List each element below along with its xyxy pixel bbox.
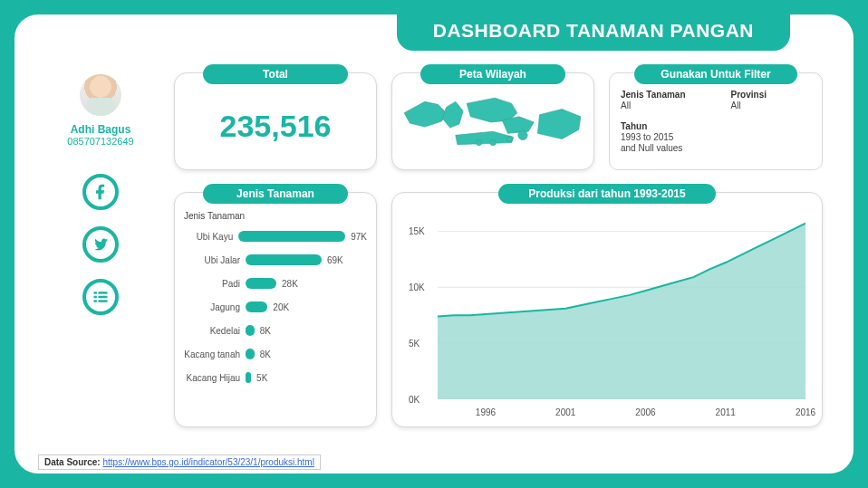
svg-rect-0 bbox=[94, 292, 97, 294]
data-source-link[interactable]: https://www.bps.go.id/indicator/53/23/1/… bbox=[102, 457, 313, 467]
bar-fill bbox=[246, 325, 255, 336]
jenis-label: Jenis Tanaman bbox=[203, 184, 348, 204]
svg-rect-4 bbox=[94, 300, 97, 302]
facebook-icon bbox=[92, 183, 110, 201]
filter-body: Jenis Tanaman All Provinsi All Tahun 199… bbox=[621, 90, 811, 162]
x-tick-label: 2006 bbox=[635, 407, 655, 417]
bar-label: Kacang tanah bbox=[184, 349, 246, 359]
produksi-label: Produksi dari tahun 1993-2015 bbox=[498, 184, 716, 204]
bar-fill bbox=[246, 254, 322, 265]
total-card: Total 235,516 bbox=[174, 72, 377, 170]
indonesia-map bbox=[400, 86, 586, 162]
svg-rect-5 bbox=[99, 300, 108, 302]
produksi-chart-body: 0K5K10K15K19962001200620112016 bbox=[403, 213, 811, 419]
bar-row[interactable]: Padi28K bbox=[184, 272, 367, 295]
avatar bbox=[80, 74, 121, 116]
jenis-chart-body: Jenis Tanaman Ubi Kayu97KUbi Jalar69KPad… bbox=[184, 211, 367, 419]
y-tick-label: 10K bbox=[409, 282, 425, 292]
filter-jenis-label: Jenis Tanaman bbox=[621, 90, 686, 100]
data-source: Data Source: https://www.bps.go.id/indic… bbox=[38, 455, 321, 470]
filter-label: Gunakan Untuk Filter bbox=[634, 64, 797, 84]
bar-row[interactable]: Ubi Jalar69K bbox=[184, 248, 367, 272]
twitter-button[interactable] bbox=[82, 226, 119, 263]
y-tick-label: 15K bbox=[409, 226, 425, 236]
bar-row[interactable]: Kedelai8K bbox=[184, 319, 367, 342]
svg-point-6 bbox=[518, 130, 527, 139]
bar-track: 8K bbox=[246, 349, 367, 359]
map-label: Peta Wilayah bbox=[420, 64, 565, 84]
bar-value: 8K bbox=[260, 326, 271, 336]
svg-rect-3 bbox=[99, 296, 108, 299]
list-icon bbox=[92, 288, 110, 306]
filter-tahun-value[interactable]: 1993 to 2015 bbox=[621, 132, 811, 142]
filter-prov-label: Provinsi bbox=[731, 90, 767, 100]
bar-track: 5K bbox=[246, 372, 367, 383]
bar-row[interactable]: Kacang tanah8K bbox=[184, 342, 367, 366]
x-tick-label: 2016 bbox=[796, 407, 815, 417]
creator-panel: Adhi Bagus 085707132649 bbox=[51, 74, 150, 315]
bar-track: 8K bbox=[246, 325, 367, 336]
bar-fill bbox=[246, 278, 276, 289]
twitter-icon bbox=[92, 235, 110, 254]
bar-value: 5K bbox=[256, 373, 267, 383]
total-value: 235,516 bbox=[175, 73, 376, 169]
filter-tahun-value2: and Null values bbox=[621, 143, 811, 153]
bar-row[interactable]: Kacang Hijau5K bbox=[184, 366, 367, 389]
filter-tahun-label: Tahun bbox=[621, 121, 811, 131]
svg-rect-2 bbox=[94, 296, 97, 299]
creator-name: Adhi Bagus bbox=[71, 123, 131, 136]
bar-fill bbox=[246, 349, 255, 359]
dashboard-frame: DASHBOARD TANAMAN PANGAN Adhi Bagus 0857… bbox=[14, 14, 854, 474]
bar-fill bbox=[246, 301, 267, 312]
x-tick-label: 1996 bbox=[476, 407, 496, 417]
social-list bbox=[82, 174, 119, 315]
bar-label: Padi bbox=[184, 279, 246, 289]
bar-value: 97K bbox=[351, 232, 367, 242]
map-icon bbox=[400, 86, 586, 162]
map-card[interactable]: Peta Wilayah bbox=[391, 72, 594, 170]
facebook-button[interactable] bbox=[82, 174, 119, 210]
bar-fill bbox=[238, 231, 345, 242]
bar-label: Jagung bbox=[184, 302, 246, 312]
svg-point-7 bbox=[506, 136, 512, 141]
bar-track: 69K bbox=[246, 254, 367, 265]
data-source-prefix: Data Source: bbox=[44, 457, 102, 467]
bar-track: 20K bbox=[246, 301, 367, 312]
bar-label: Kedelai bbox=[184, 326, 246, 336]
list-button[interactable] bbox=[82, 279, 119, 315]
bar-track: 97K bbox=[238, 231, 367, 242]
bar-row[interactable]: Ubi Kayu97K bbox=[184, 225, 367, 248]
area-chart bbox=[438, 220, 805, 399]
creator-phone: 085707132649 bbox=[67, 136, 133, 147]
jenis-subtitle: Jenis Tanaman bbox=[184, 211, 367, 221]
bar-value: 28K bbox=[282, 279, 298, 289]
svg-rect-1 bbox=[99, 292, 108, 294]
bar-row[interactable]: Jagung20K bbox=[184, 295, 367, 319]
svg-point-9 bbox=[476, 140, 481, 146]
y-tick-label: 0K bbox=[409, 395, 420, 405]
bar-value: 20K bbox=[273, 302, 289, 312]
bar-label: Ubi Jalar bbox=[184, 255, 246, 265]
bar-value: 69K bbox=[327, 255, 343, 265]
jenis-chart-card: Jenis Tanaman Jenis Tanaman Ubi Kayu97KU… bbox=[174, 192, 377, 427]
bar-label: Kacang Hijau bbox=[184, 373, 246, 383]
page-title: DASHBOARD TANAMAN PANGAN bbox=[397, 13, 790, 51]
filter-card[interactable]: Gunakan Untuk Filter Jenis Tanaman All P… bbox=[609, 72, 823, 170]
filter-prov-value[interactable]: All bbox=[731, 100, 767, 110]
x-tick-label: 2011 bbox=[716, 407, 736, 417]
bar-label: Ubi Kayu bbox=[184, 232, 238, 242]
filter-jenis-value[interactable]: All bbox=[621, 100, 686, 110]
bar-track: 28K bbox=[246, 278, 367, 289]
y-tick-label: 5K bbox=[409, 339, 420, 349]
bar-value: 8K bbox=[260, 349, 271, 359]
x-tick-label: 2001 bbox=[555, 407, 575, 417]
svg-point-8 bbox=[490, 140, 496, 146]
produksi-chart-card: Produksi dari tahun 1993-2015 0K5K10K15K… bbox=[391, 192, 823, 427]
bar-fill bbox=[246, 372, 251, 383]
